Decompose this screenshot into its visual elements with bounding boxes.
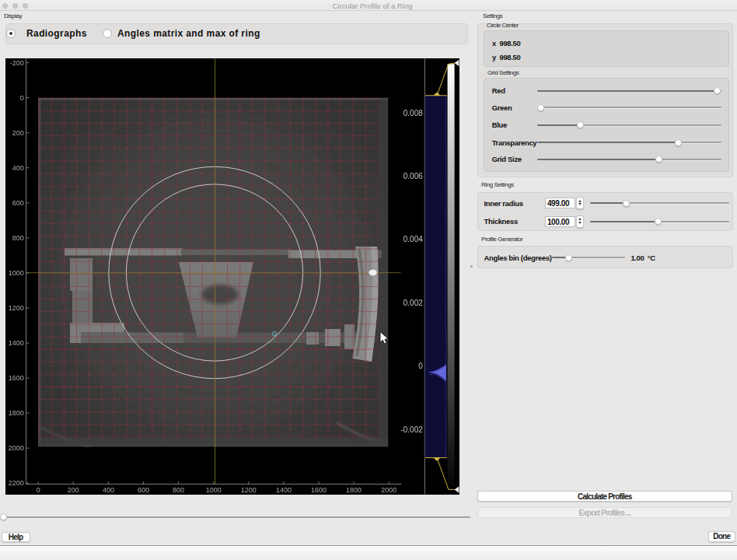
svg-text:2000: 2000 — [9, 444, 24, 452]
svg-text:400: 400 — [12, 164, 24, 172]
svg-text:200: 200 — [68, 486, 79, 494]
svg-text:0.004: 0.004 — [403, 235, 423, 243]
svg-text:1600: 1600 — [9, 374, 24, 382]
svg-text:800: 800 — [12, 234, 24, 242]
svg-text:-200: -200 — [10, 59, 24, 67]
svg-text:0.006: 0.006 — [403, 172, 423, 180]
svg-text:2200: 2200 — [9, 479, 24, 487]
svg-text:1000: 1000 — [206, 486, 222, 494]
svg-text:600: 600 — [138, 486, 149, 494]
svg-text:1800: 1800 — [346, 486, 362, 494]
svg-text:1600: 1600 — [311, 486, 327, 494]
svg-text:0: 0 — [20, 94, 24, 102]
svg-text:2000: 2000 — [381, 486, 396, 494]
svg-text:1400: 1400 — [276, 486, 292, 494]
svg-text:400: 400 — [103, 486, 114, 494]
svg-text:1000: 1000 — [9, 269, 24, 277]
svg-text:1800: 1800 — [9, 409, 24, 417]
svg-text:0: 0 — [418, 362, 423, 370]
svg-text:600: 600 — [12, 199, 24, 207]
svg-text:200: 200 — [12, 129, 24, 137]
svg-text:-0.002: -0.002 — [400, 425, 423, 434]
svg-text:0.008: 0.008 — [403, 109, 423, 117]
svg-text:1400: 1400 — [9, 339, 24, 347]
svg-text:800: 800 — [173, 486, 184, 494]
svg-text:0.002: 0.002 — [403, 299, 423, 307]
svg-text:1200: 1200 — [241, 486, 257, 494]
svg-text:0: 0 — [37, 486, 40, 494]
svg-text:1200: 1200 — [9, 304, 24, 312]
